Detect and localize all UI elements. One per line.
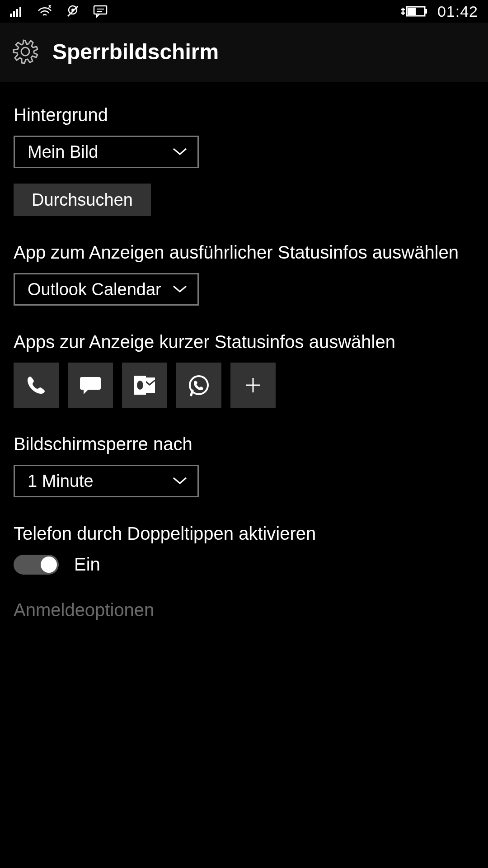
quick-app-messaging[interactable] [68,363,113,408]
timeout-value: 1 Minute [28,472,94,491]
quick-app-phone[interactable] [14,363,59,408]
timeout-select[interactable]: 1 Minute [14,465,199,497]
chevron-down-icon [172,476,188,486]
svg-rect-2 [16,9,18,17]
background-select-value: Mein Bild [28,142,98,162]
section-timeout: Bildschirmsperre nach 1 Minute [14,433,474,497]
section-quick-status: Apps zur Anzeige kurzer Statusinfos ausw… [14,331,474,408]
chevron-down-icon [172,147,188,156]
doubletap-toggle[interactable] [14,555,59,575]
chevron-down-icon [172,285,188,294]
status-clock: 01:42 [437,3,478,20]
quick-app-add[interactable] [230,363,276,408]
background-label: Hintergrund [14,104,474,126]
location-off-icon [66,5,80,18]
signal-icon [10,5,23,17]
svg-rect-1 [13,11,15,17]
section-detailed-status: App zum Anzeigen ausführlicher Statusinf… [14,241,474,306]
svg-rect-9 [94,6,107,14]
browse-button-label: Durchsuchen [32,190,133,210]
detailed-status-value: Outlook Calendar [28,280,161,299]
svg-rect-3 [19,7,21,17]
message-icon [93,5,108,18]
chat-icon [79,374,102,396]
plus-icon [244,376,262,394]
quick-app-outlook[interactable] [122,363,167,408]
timeout-label: Bildschirmsperre nach [14,433,474,455]
section-doubletap: Telefon durch Doppeltippen aktivieren Ei… [14,523,474,575]
wifi-icon [37,5,52,18]
detailed-status-label: App zum Anzeigen ausführlicher Statusinf… [14,241,474,263]
quick-app-whatsapp[interactable] [176,363,221,408]
svg-rect-16 [408,8,416,15]
whatsapp-icon [188,374,210,396]
phone-icon [25,374,47,396]
page-header: Sperrbildschirm [0,23,488,82]
signin-options-link[interactable]: Anmeldeoptionen [14,600,474,620]
battery-charging-icon [401,5,427,18]
browse-button[interactable]: Durchsuchen [14,184,151,216]
doubletap-state: Ein [74,554,100,575]
toggle-knob [41,557,57,573]
quick-status-label: Apps zur Anzeige kurzer Statusinfos ausw… [14,331,474,353]
svg-point-18 [21,47,29,56]
svg-rect-0 [10,14,12,17]
gear-icon [13,39,38,64]
page-title: Sperrbildschirm [52,39,219,64]
svg-rect-17 [425,9,427,14]
section-background: Hintergrund Mein Bild Durchsuchen [14,104,474,216]
status-bar: 01:42 [0,0,488,23]
svg-point-21 [137,381,143,390]
outlook-icon [133,375,156,396]
detailed-status-select[interactable]: Outlook Calendar [14,273,199,306]
background-select[interactable]: Mein Bild [14,136,199,168]
doubletap-label: Telefon durch Doppeltippen aktivieren [14,523,474,544]
